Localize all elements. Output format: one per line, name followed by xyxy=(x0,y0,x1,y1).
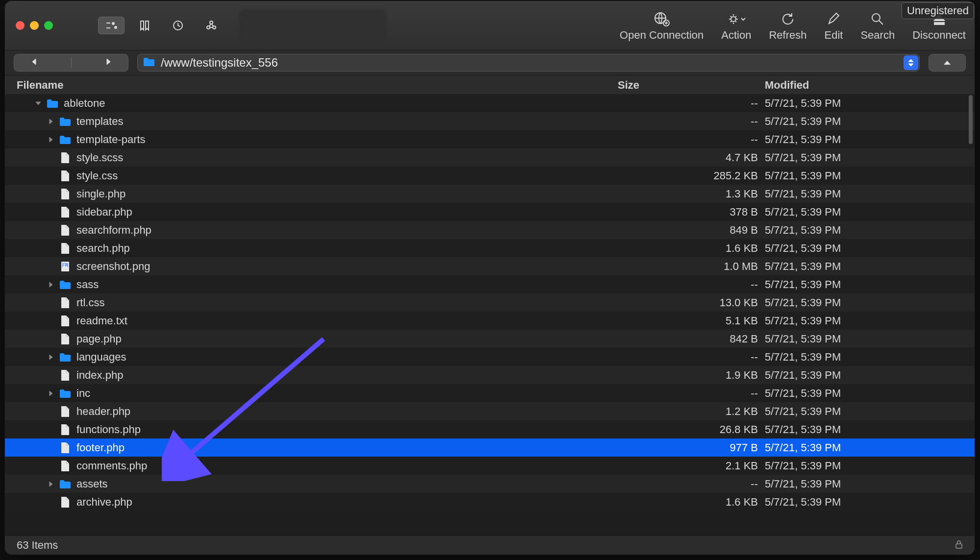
file-row[interactable]: languages--5/7/21, 5:39 PM xyxy=(5,348,975,366)
file-modified: 5/7/21, 5:39 PM xyxy=(765,170,975,182)
file-row[interactable]: searchform.php849 B5/7/21, 5:39 PM xyxy=(5,221,975,239)
file-row[interactable]: sass--5/7/21, 5:39 PM xyxy=(5,275,975,293)
file-name: functions.php xyxy=(76,423,141,436)
file-icon xyxy=(59,405,72,418)
file-name: comments.php xyxy=(76,460,147,472)
file-row[interactable]: single.php1.3 KB5/7/21, 5:39 PM xyxy=(5,185,975,203)
bookmarks-button[interactable] xyxy=(131,17,158,34)
file-size: 1.3 KB xyxy=(611,188,765,200)
file-row[interactable]: page.php842 B5/7/21, 5:39 PM xyxy=(5,330,975,348)
path-input[interactable] xyxy=(160,55,920,70)
file-modified: 5/7/21, 5:39 PM xyxy=(765,206,975,219)
file-name: abletone xyxy=(64,97,105,110)
gear-chevron-icon xyxy=(727,9,746,29)
zoom-window-button[interactable] xyxy=(44,21,53,30)
file-modified: 5/7/21, 5:39 PM xyxy=(765,405,975,418)
minimize-window-button[interactable] xyxy=(30,21,39,30)
path-history-stepper[interactable] xyxy=(904,55,918,70)
file-row[interactable]: index.php1.9 KB5/7/21, 5:39 PM xyxy=(5,366,975,384)
go-up-button[interactable] xyxy=(929,54,966,72)
file-name: search.php xyxy=(76,242,130,255)
history-button[interactable] xyxy=(165,17,191,34)
file-name: assets xyxy=(76,478,108,490)
file-name: inc xyxy=(76,387,90,400)
disclosure-chevron[interactable] xyxy=(46,390,56,396)
file-modified: 5/7/21, 5:39 PM xyxy=(765,278,975,291)
file-name: style.scss xyxy=(76,151,123,164)
file-row[interactable]: readme.txt5.1 KB5/7/21, 5:39 PM xyxy=(5,312,975,330)
column-header-size[interactable]: Size xyxy=(618,79,765,92)
file-row[interactable]: style.css285.2 KB5/7/21, 5:39 PM xyxy=(5,167,975,185)
close-window-button[interactable] xyxy=(16,21,25,30)
file-modified: 5/7/21, 5:39 PM xyxy=(765,423,975,436)
file-row[interactable]: template-parts--5/7/21, 5:39 PM xyxy=(5,130,975,148)
disclosure-chevron[interactable] xyxy=(33,101,43,106)
file-list[interactable]: abletone--5/7/21, 5:39 PMtemplates--5/7/… xyxy=(5,94,975,536)
disclosure-chevron[interactable] xyxy=(46,137,56,143)
action-button[interactable]: Action xyxy=(712,1,760,50)
folder-icon xyxy=(59,478,72,490)
search-button[interactable]: Search xyxy=(852,1,904,50)
app-window: Open Connection Action Refresh Edit xyxy=(5,1,975,555)
disclosure-chevron[interactable] xyxy=(46,119,56,124)
svg-point-5 xyxy=(210,21,213,24)
nav-back-button[interactable] xyxy=(30,58,38,68)
file-row[interactable]: style.scss4.7 KB5/7/21, 5:39 PM xyxy=(5,148,975,167)
column-header-modified[interactable]: Modified xyxy=(765,79,975,92)
file-size: 378 B xyxy=(611,206,765,219)
file-modified: 5/7/21, 5:39 PM xyxy=(765,224,975,237)
nav-forward-button[interactable] xyxy=(104,58,112,68)
file-icon xyxy=(59,188,72,200)
file-modified: 5/7/21, 5:39 PM xyxy=(765,260,975,273)
search-icon xyxy=(870,9,885,29)
file-icon xyxy=(59,151,72,164)
file-row[interactable]: templates--5/7/21, 5:39 PM xyxy=(5,112,975,130)
file-row[interactable]: functions.php26.8 KB5/7/21, 5:39 PM xyxy=(5,420,975,438)
file-row[interactable]: abletone--5/7/21, 5:39 PM xyxy=(5,94,975,112)
file-modified: 5/7/21, 5:39 PM xyxy=(765,151,975,164)
svg-rect-14 xyxy=(956,544,962,548)
file-row[interactable]: assets--5/7/21, 5:39 PM xyxy=(5,475,975,493)
scrollbar-thumb[interactable] xyxy=(969,95,973,144)
open-connection-button[interactable]: Open Connection xyxy=(611,1,712,50)
file-modified: 5/7/21, 5:39 PM xyxy=(765,387,975,400)
file-size: 977 B xyxy=(611,441,765,454)
file-row[interactable]: footer.php977 B5/7/21, 5:39 PM xyxy=(5,438,975,457)
disclosure-chevron[interactable] xyxy=(46,354,56,360)
file-size: 849 B xyxy=(611,224,765,237)
file-row[interactable]: screenshot.png1.0 MB5/7/21, 5:39 PM xyxy=(5,257,975,275)
navigation-bar xyxy=(5,50,975,75)
folder-icon xyxy=(46,97,59,110)
edit-button[interactable]: Edit xyxy=(816,1,852,50)
file-name: single.php xyxy=(76,188,126,200)
window-controls xyxy=(16,21,53,30)
file-row[interactable]: archive.php1.6 KB5/7/21, 5:39 PM xyxy=(5,493,975,511)
file-modified: 5/7/21, 5:39 PM xyxy=(765,369,975,382)
svg-point-9 xyxy=(872,14,880,22)
refresh-button[interactable]: Refresh xyxy=(760,1,815,50)
file-size: 285.2 KB xyxy=(611,170,765,182)
file-row[interactable]: header.php1.2 KB5/7/21, 5:39 PM xyxy=(5,402,975,420)
file-icon xyxy=(59,242,72,255)
globe-plus-icon xyxy=(653,9,670,29)
titlebar: Open Connection Action Refresh Edit xyxy=(5,1,975,50)
file-row[interactable]: inc--5/7/21, 5:39 PM xyxy=(5,384,975,402)
disclosure-chevron[interactable] xyxy=(46,481,56,487)
file-name: readme.txt xyxy=(76,315,127,327)
file-row[interactable]: rtl.css13.0 KB5/7/21, 5:39 PM xyxy=(5,293,975,312)
file-icon xyxy=(59,224,72,237)
file-modified: 5/7/21, 5:39 PM xyxy=(765,296,975,309)
file-row[interactable]: sidebar.php378 B5/7/21, 5:39 PM xyxy=(5,203,975,221)
history-separator xyxy=(71,57,72,68)
disclosure-chevron[interactable] xyxy=(46,282,56,288)
path-field[interactable] xyxy=(137,54,920,72)
column-header-filename[interactable]: Filename xyxy=(5,79,618,92)
file-size: -- xyxy=(611,351,765,364)
file-modified: 5/7/21, 5:39 PM xyxy=(765,115,975,128)
file-row[interactable]: search.php1.6 KB5/7/21, 5:39 PM xyxy=(5,239,975,257)
file-modified: 5/7/21, 5:39 PM xyxy=(765,333,975,345)
bonjour-button[interactable] xyxy=(198,17,225,34)
quick-connect-button[interactable] xyxy=(98,17,125,34)
file-row[interactable]: comments.php2.1 KB5/7/21, 5:39 PM xyxy=(5,457,975,475)
folder-icon xyxy=(143,57,155,69)
